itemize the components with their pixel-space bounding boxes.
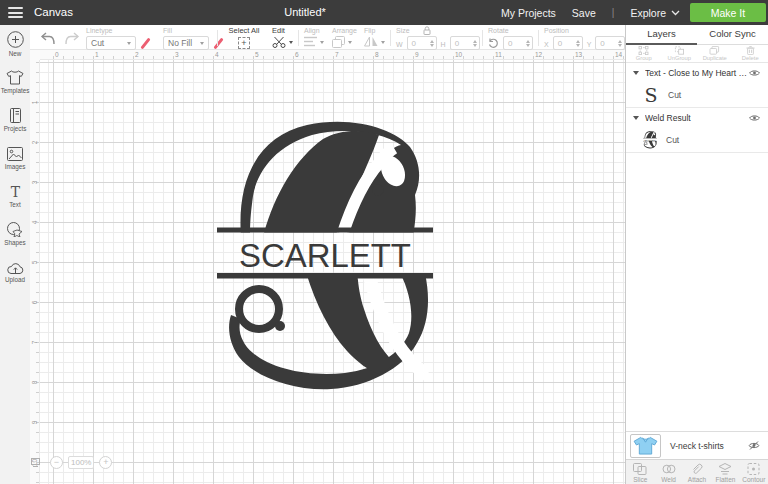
bottom-actions: Slice Weld Attach Flatten Contour <box>626 459 768 484</box>
contour-button[interactable]: Contour <box>740 460 768 484</box>
contour-icon <box>747 463 761 475</box>
layer-group-text: Text - Close to My Heart - You... S Cut <box>626 63 768 108</box>
projects-icon <box>8 108 23 123</box>
monogram-artwork[interactable] <box>217 121 433 397</box>
y-field[interactable]: 0 <box>595 36 625 50</box>
delete-icon <box>745 46 756 55</box>
align-menu[interactable]: Align <box>304 26 324 47</box>
make-it-button[interactable]: Make It <box>690 3 766 22</box>
sidebar-item-shapes[interactable]: Shapes <box>0 215 30 253</box>
x-label: X <box>544 40 549 49</box>
tshirt-thumbnail <box>630 434 661 458</box>
redo-icon[interactable] <box>64 31 80 49</box>
layer-item[interactable]: S Cut <box>626 82 768 107</box>
images-icon <box>7 147 23 161</box>
height-label: H <box>441 40 446 49</box>
height-field[interactable]: 0 <box>450 36 480 50</box>
edit-toolbar: Linetype Cut Fill No Fill Select All + E… <box>30 25 625 50</box>
chevron-down-icon <box>671 10 680 16</box>
rotate-label: Rotate <box>488 26 533 35</box>
shapes-icon <box>7 222 23 237</box>
tab-color-sync[interactable]: Color Sync <box>697 25 768 44</box>
zoom-out-button[interactable]: − <box>50 456 63 469</box>
linetype-group: Linetype Cut <box>86 26 147 50</box>
explore-menu[interactable]: Explore <box>630 7 680 19</box>
right-panel: Layers Color Sync Group UnGroup Duplicat… <box>625 25 768 484</box>
visibility-eye-icon[interactable] <box>749 69 760 77</box>
tshirt-icon <box>633 436 658 455</box>
sidebar-item-text[interactable]: T Text <box>0 177 30 215</box>
duplicate-icon <box>709 46 720 55</box>
slice-button[interactable]: Slice <box>626 460 654 484</box>
fill-dropdown[interactable]: No Fill <box>163 36 209 50</box>
text-icon: T <box>8 185 23 199</box>
rotate-icon[interactable] <box>488 38 499 49</box>
weld-icon <box>662 463 676 475</box>
zoom-in-button[interactable]: + <box>99 456 112 469</box>
sidebar-item-images[interactable]: Images <box>0 139 30 177</box>
vertical-ruler: 12345678910 <box>30 60 40 484</box>
align-icon <box>304 36 317 47</box>
weld-thumbnail <box>643 131 657 149</box>
duplicate-button[interactable]: Duplicate <box>697 46 733 62</box>
slice-icon <box>633 463 647 475</box>
group-icon <box>638 46 649 55</box>
collapse-caret-icon[interactable] <box>633 116 639 123</box>
weld-button[interactable]: Weld <box>654 460 682 484</box>
ruler-corner <box>30 50 40 60</box>
layer-group-header[interactable]: Weld Result <box>626 108 768 127</box>
layer-actions: Group UnGroup Duplicate Delete <box>626 45 768 63</box>
flip-menu[interactable]: Flip <box>364 26 385 47</box>
flatten-icon <box>718 463 732 475</box>
x-field[interactable]: 0 <box>553 36 583 50</box>
y-label: Y <box>587 40 592 49</box>
select-all-button[interactable]: Select All + <box>222 26 266 49</box>
visibility-eye-icon[interactable] <box>749 114 760 122</box>
save-link[interactable]: Save <box>572 7 596 19</box>
rotate-field[interactable]: 0 <box>503 36 533 50</box>
edit-button[interactable]: Edit <box>272 26 293 48</box>
new-icon <box>7 31 24 48</box>
topbar-divider: | <box>612 7 615 18</box>
zoom-level: 100% <box>68 456 94 469</box>
linetype-swatch[interactable] <box>140 37 150 49</box>
fill-group: Fill No Fill <box>163 26 220 50</box>
collapse-caret-icon[interactable] <box>633 71 639 78</box>
canvas[interactable]: − 100% + <box>40 60 625 484</box>
horizontal-ruler: 01234567891011121314 <box>40 50 625 60</box>
svg-text:T: T <box>10 185 20 199</box>
linetype-dropdown[interactable]: Cut <box>86 36 136 50</box>
top-bar: Canvas Untitled* My Projects Save | Expl… <box>0 0 768 25</box>
sidebar-item-new[interactable]: New <box>0 25 30 63</box>
layer-group-weld: Weld Result Cut <box>626 108 768 153</box>
template-row[interactable]: V-neck t-shirts <box>626 431 768 459</box>
undo-icon[interactable] <box>40 31 56 49</box>
layer-group-header[interactable]: Text - Close to My Heart - You... <box>626 63 768 82</box>
visibility-off-icon[interactable] <box>748 441 760 450</box>
group-button[interactable]: Group <box>626 46 662 62</box>
templates-icon <box>6 70 24 85</box>
select-all-icon: + <box>238 37 250 49</box>
tab-layers[interactable]: Layers <box>626 25 697 44</box>
width-field[interactable]: 0 <box>407 36 437 50</box>
ungroup-icon <box>674 46 685 55</box>
position-label: Position <box>544 26 625 35</box>
fill-label: Fill <box>163 26 220 35</box>
arrange-menu[interactable]: Arrange <box>332 26 357 48</box>
sidebar-item-templates[interactable]: Templates <box>0 63 30 101</box>
width-label: W <box>396 40 403 49</box>
sidebar-item-projects[interactable]: Projects <box>0 101 30 139</box>
sidebar-item-upload[interactable]: Upload <box>0 253 30 291</box>
attach-button[interactable]: Attach <box>683 460 711 484</box>
layer-item[interactable]: Cut <box>626 127 768 152</box>
delete-button[interactable]: Delete <box>733 46 768 62</box>
edit-icon <box>272 36 286 48</box>
ruler-toggle-icon[interactable] <box>31 458 40 468</box>
size-label: Size <box>396 26 410 35</box>
ungroup-button[interactable]: UnGroup <box>662 46 698 62</box>
my-projects-link[interactable]: My Projects <box>501 7 556 19</box>
flatten-button[interactable]: Flatten <box>711 460 739 484</box>
position-group: Position X 0 Y 0 <box>544 26 625 50</box>
linetype-label: Linetype <box>86 26 147 35</box>
lock-icon[interactable] <box>423 26 431 35</box>
